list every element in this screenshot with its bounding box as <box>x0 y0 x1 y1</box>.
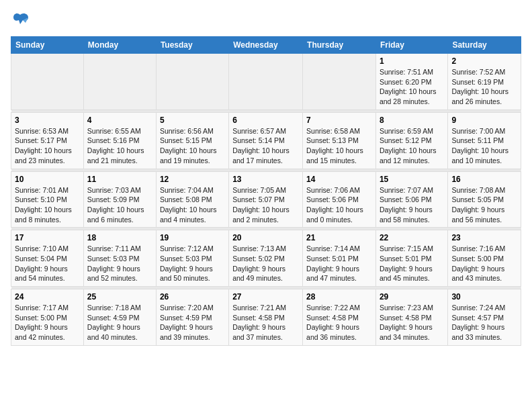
calendar-header-tuesday: Tuesday <box>156 37 228 54</box>
calendar-cell: 5Sunrise: 6:56 AM Sunset: 5:15 PM Daylig… <box>156 112 228 169</box>
day-number: 3 <box>15 116 80 125</box>
day-info: Sunrise: 7:21 AM Sunset: 4:58 PM Dayligh… <box>232 303 299 342</box>
calendar-cell: 18Sunrise: 7:11 AM Sunset: 5:03 PM Dayli… <box>83 230 156 287</box>
calendar-cell: 8Sunrise: 6:59 AM Sunset: 5:12 PM Daylig… <box>375 112 447 169</box>
day-number: 7 <box>306 116 372 125</box>
day-info: Sunrise: 7:06 AM Sunset: 5:06 PM Dayligh… <box>306 185 372 225</box>
day-number: 25 <box>87 292 152 302</box>
calendar-cell: 9Sunrise: 7:00 AM Sunset: 5:11 PM Daylig… <box>448 112 521 169</box>
day-number: 29 <box>380 292 444 302</box>
day-info: Sunrise: 7:18 AM Sunset: 4:59 PM Dayligh… <box>87 303 152 342</box>
day-number: 21 <box>306 233 372 242</box>
calendar-cell: 24Sunrise: 7:17 AM Sunset: 5:00 PM Dayli… <box>11 289 84 346</box>
day-info: Sunrise: 7:22 AM Sunset: 4:58 PM Dayligh… <box>306 303 372 342</box>
calendar-cell: 10Sunrise: 7:01 AM Sunset: 5:10 PM Dayli… <box>11 171 84 228</box>
calendar-cell: 25Sunrise: 7:18 AM Sunset: 4:59 PM Dayli… <box>83 289 156 346</box>
day-number: 12 <box>160 175 225 184</box>
day-info: Sunrise: 7:11 AM Sunset: 5:03 PM Dayligh… <box>87 244 152 283</box>
day-info: Sunrise: 7:20 AM Sunset: 4:59 PM Dayligh… <box>160 303 225 342</box>
calendar-cell: 7Sunrise: 6:58 AM Sunset: 5:13 PM Daylig… <box>303 112 376 169</box>
calendar-header-friday: Friday <box>375 37 447 54</box>
calendar-cell <box>83 54 156 110</box>
calendar-cell: 1Sunrise: 7:51 AM Sunset: 6:20 PM Daylig… <box>375 54 447 110</box>
day-number: 27 <box>232 292 299 302</box>
day-info: Sunrise: 6:55 AM Sunset: 5:16 PM Dayligh… <box>87 126 152 166</box>
calendar-cell <box>11 54 84 110</box>
day-info: Sunrise: 7:13 AM Sunset: 5:02 PM Dayligh… <box>232 244 299 283</box>
day-number: 30 <box>451 292 517 302</box>
day-number: 20 <box>232 233 299 242</box>
calendar-cell: 21Sunrise: 7:14 AM Sunset: 5:01 PM Dayli… <box>303 230 376 287</box>
calendar-week-1: 1Sunrise: 7:51 AM Sunset: 6:20 PM Daylig… <box>11 54 521 110</box>
day-number: 26 <box>160 292 225 302</box>
day-info: Sunrise: 7:17 AM Sunset: 5:00 PM Dayligh… <box>15 303 80 342</box>
header <box>11 11 521 30</box>
calendar-table: SundayMondayTuesdayWednesdayThursdayFrid… <box>11 36 521 346</box>
calendar-cell: 16Sunrise: 7:08 AM Sunset: 5:05 PM Dayli… <box>448 171 521 228</box>
calendar-cell: 2Sunrise: 7:52 AM Sunset: 6:19 PM Daylig… <box>448 54 521 110</box>
day-info: Sunrise: 7:01 AM Sunset: 5:10 PM Dayligh… <box>15 185 80 225</box>
calendar-header-sunday: Sunday <box>11 37 84 54</box>
day-info: Sunrise: 7:24 AM Sunset: 4:57 PM Dayligh… <box>451 303 517 342</box>
day-info: Sunrise: 7:14 AM Sunset: 5:01 PM Dayligh… <box>306 244 372 283</box>
day-number: 8 <box>380 116 444 125</box>
calendar-cell: 28Sunrise: 7:22 AM Sunset: 4:58 PM Dayli… <box>303 289 376 346</box>
day-info: Sunrise: 7:16 AM Sunset: 5:00 PM Dayligh… <box>451 244 517 283</box>
calendar-cell: 12Sunrise: 7:04 AM Sunset: 5:08 PM Dayli… <box>156 171 228 228</box>
day-number: 19 <box>160 233 225 242</box>
day-info: Sunrise: 7:05 AM Sunset: 5:07 PM Dayligh… <box>232 185 299 225</box>
day-info: Sunrise: 6:57 AM Sunset: 5:14 PM Dayligh… <box>232 126 299 166</box>
day-number: 10 <box>15 175 80 184</box>
day-number: 2 <box>451 56 517 66</box>
day-info: Sunrise: 7:07 AM Sunset: 5:06 PM Dayligh… <box>380 185 444 225</box>
calendar-cell: 19Sunrise: 7:12 AM Sunset: 5:03 PM Dayli… <box>156 230 228 287</box>
calendar-cell <box>156 54 228 110</box>
day-info: Sunrise: 7:51 AM Sunset: 6:20 PM Dayligh… <box>380 67 444 107</box>
day-info: Sunrise: 7:04 AM Sunset: 5:08 PM Dayligh… <box>160 185 225 225</box>
day-number: 28 <box>306 292 372 302</box>
calendar-cell: 17Sunrise: 7:10 AM Sunset: 5:04 PM Dayli… <box>11 230 84 287</box>
calendar-cell: 13Sunrise: 7:05 AM Sunset: 5:07 PM Dayli… <box>229 171 303 228</box>
logo <box>11 11 32 30</box>
calendar-cell: 23Sunrise: 7:16 AM Sunset: 5:00 PM Dayli… <box>448 230 521 287</box>
calendar-week-4: 17Sunrise: 7:10 AM Sunset: 5:04 PM Dayli… <box>11 230 521 287</box>
day-number: 13 <box>232 175 299 184</box>
calendar-header-wednesday: Wednesday <box>229 37 303 54</box>
calendar-cell: 26Sunrise: 7:20 AM Sunset: 4:59 PM Dayli… <box>156 289 228 346</box>
day-info: Sunrise: 7:10 AM Sunset: 5:04 PM Dayligh… <box>15 244 80 283</box>
day-number: 5 <box>160 116 225 125</box>
day-info: Sunrise: 6:58 AM Sunset: 5:13 PM Dayligh… <box>306 126 372 166</box>
calendar-week-2: 3Sunrise: 6:53 AM Sunset: 5:17 PM Daylig… <box>11 112 521 169</box>
calendar-cell: 20Sunrise: 7:13 AM Sunset: 5:02 PM Dayli… <box>229 230 303 287</box>
calendar-week-3: 10Sunrise: 7:01 AM Sunset: 5:10 PM Dayli… <box>11 171 521 228</box>
logo-bird-icon <box>11 11 30 30</box>
calendar-cell: 30Sunrise: 7:24 AM Sunset: 4:57 PM Dayli… <box>448 289 521 346</box>
day-info: Sunrise: 6:59 AM Sunset: 5:12 PM Dayligh… <box>380 126 444 166</box>
day-info: Sunrise: 7:00 AM Sunset: 5:11 PM Dayligh… <box>451 126 517 166</box>
day-info: Sunrise: 7:03 AM Sunset: 5:09 PM Dayligh… <box>87 185 152 225</box>
day-number: 22 <box>380 233 444 242</box>
day-info: Sunrise: 7:15 AM Sunset: 5:01 PM Dayligh… <box>380 244 444 283</box>
day-number: 4 <box>87 116 152 125</box>
day-info: Sunrise: 7:12 AM Sunset: 5:03 PM Dayligh… <box>160 244 225 283</box>
day-number: 9 <box>451 116 517 125</box>
calendar-week-5: 24Sunrise: 7:17 AM Sunset: 5:00 PM Dayli… <box>11 289 521 346</box>
calendar-header-thursday: Thursday <box>303 37 376 54</box>
day-number: 18 <box>87 233 152 242</box>
day-number: 17 <box>15 233 80 242</box>
day-info: Sunrise: 6:56 AM Sunset: 5:15 PM Dayligh… <box>160 126 225 166</box>
calendar-cell <box>229 54 303 110</box>
day-info: Sunrise: 6:53 AM Sunset: 5:17 PM Dayligh… <box>15 126 80 166</box>
calendar-header-monday: Monday <box>83 37 156 54</box>
day-number: 15 <box>380 175 444 184</box>
day-info: Sunrise: 7:23 AM Sunset: 4:58 PM Dayligh… <box>380 303 444 342</box>
calendar-cell: 15Sunrise: 7:07 AM Sunset: 5:06 PM Dayli… <box>375 171 447 228</box>
day-number: 14 <box>306 175 372 184</box>
calendar-cell: 6Sunrise: 6:57 AM Sunset: 5:14 PM Daylig… <box>229 112 303 169</box>
calendar-cell: 11Sunrise: 7:03 AM Sunset: 5:09 PM Dayli… <box>83 171 156 228</box>
day-number: 6 <box>232 116 299 125</box>
calendar-header-saturday: Saturday <box>448 37 521 54</box>
calendar-cell: 27Sunrise: 7:21 AM Sunset: 4:58 PM Dayli… <box>229 289 303 346</box>
calendar-cell: 4Sunrise: 6:55 AM Sunset: 5:16 PM Daylig… <box>83 112 156 169</box>
day-number: 23 <box>451 233 517 242</box>
